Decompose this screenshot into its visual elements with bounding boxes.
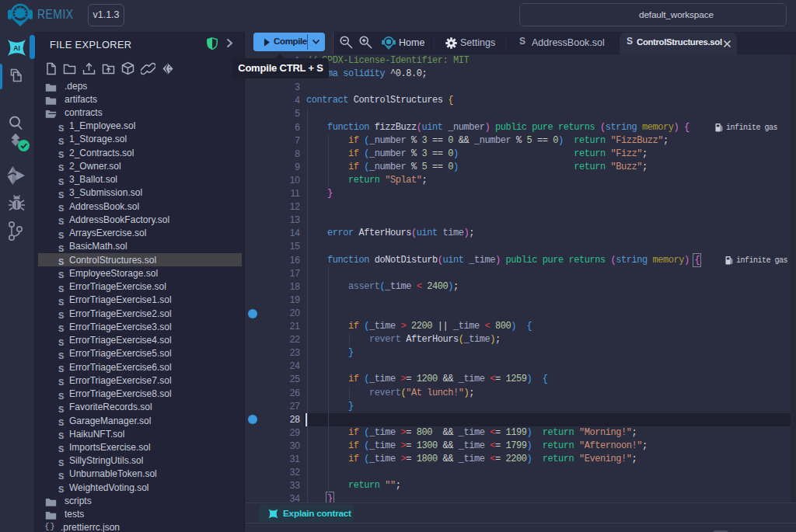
svg-text:AI: AI: [13, 44, 20, 52]
